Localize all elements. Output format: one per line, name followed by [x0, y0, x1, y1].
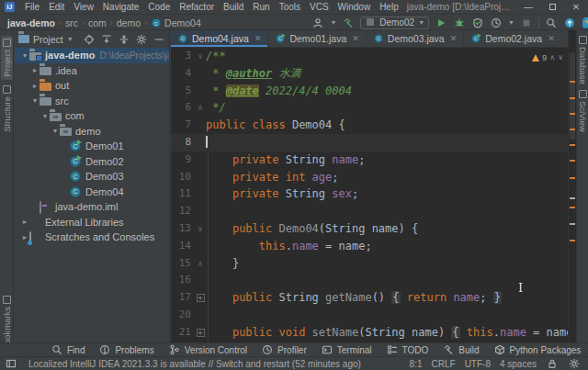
fold-marker[interactable]: ∨ [195, 48, 206, 65]
menu-run[interactable]: Run [248, 0, 274, 14]
editor-tab[interactable]: CDemo01.java✕ [268, 30, 366, 47]
settings-gear-icon[interactable] [135, 33, 148, 46]
code-with-me-icon[interactable] [582, 17, 588, 29]
menu-code[interactable]: Code [143, 0, 175, 14]
tab-close-icon[interactable]: ✕ [352, 34, 359, 43]
menu-view[interactable]: View [69, 0, 98, 14]
status-message[interactable]: Localized IntelliJ IDEA 2021.3.3 is avai… [28, 359, 361, 369]
breadcrumb-item[interactable]: src [65, 17, 78, 28]
fold-expand-icon[interactable]: + [197, 294, 205, 302]
toolwindow-button-python-packages[interactable]: Python Packages [493, 343, 582, 356]
stripe-item-database[interactable]: Database [578, 36, 588, 84]
stripe-mark[interactable] [570, 113, 575, 115]
menu-window[interactable]: Window [334, 0, 376, 14]
minimize-button[interactable]: — [516, 0, 540, 14]
menu-edit[interactable]: Edit [44, 0, 69, 14]
coverage-button-icon[interactable] [471, 17, 484, 29]
next-warning-icon[interactable]: ∨ [558, 53, 563, 62]
menu-help[interactable]: Help [375, 0, 403, 14]
breadcrumb-item[interactable]: java-demo [7, 17, 55, 28]
tree-chevron-icon[interactable]: ▸ [20, 218, 29, 226]
search-icon[interactable] [51, 343, 63, 356]
hammer-icon[interactable] [442, 343, 455, 356]
project-panel-title[interactable]: Project [33, 34, 63, 45]
tree-row[interactable]: CDemo04 [15, 185, 169, 200]
menu-build[interactable]: Build [219, 0, 248, 14]
expand-collapse-icon[interactable] [118, 33, 130, 46]
code-area[interactable]: 3∨/**4 * @author 水滴5 * @date 2022/4/4 00… [171, 48, 576, 342]
tree-row[interactable]: ▸Scratches and Consoles [15, 230, 169, 245]
editor-tab[interactable]: CDemo03.java✕ [367, 30, 464, 47]
todo-icon[interactable] [386, 343, 399, 356]
stripe-mark[interactable] [570, 207, 575, 208]
tab-close-icon[interactable]: ✕ [548, 34, 555, 43]
tree-chevron-icon[interactable]: ▾ [51, 127, 60, 135]
vertical-scrollbar[interactable] [570, 52, 575, 140]
stripe-mark[interactable] [570, 129, 575, 130]
tab-close-icon[interactable]: ✕ [254, 34, 262, 43]
menu-refactor[interactable]: Refactor [175, 0, 219, 14]
toolwindow-button-problems[interactable]: Problems [98, 343, 153, 356]
menu-navigate[interactable]: Navigate [98, 0, 143, 14]
write-access-icon[interactable] [546, 357, 559, 370]
tree-row[interactable]: ▸.idea [15, 63, 169, 79]
file-encoding[interactable]: UTF-8 [465, 359, 491, 369]
caret-position[interactable]: 8:1 [410, 359, 423, 369]
stripe-mark[interactable] [570, 177, 575, 179]
tab-close-icon[interactable]: ✕ [450, 34, 458, 43]
stripe-item-project[interactable]: Project [1, 36, 13, 80]
locate-icon[interactable] [83, 33, 96, 46]
tree-row[interactable]: java-demo.iml [15, 199, 169, 215]
tree-row[interactable]: ▾java-demoD:\IdeaProjects\java-demo [15, 48, 169, 63]
editor-tab[interactable]: CDemo02.java✕ [464, 30, 561, 47]
package-icon[interactable] [493, 343, 506, 356]
tree-row[interactable]: CDemo01 [15, 139, 169, 154]
maximize-button[interactable] [540, 0, 564, 14]
error-stripe[interactable] [568, 30, 576, 356]
tree-chevron-icon[interactable]: ▾ [40, 112, 50, 120]
tree-row[interactable]: CDemo02 [15, 154, 169, 170]
fold-marker[interactable]: + [195, 324, 206, 342]
menu-vcs[interactable]: VCS [305, 0, 334, 14]
build-hammer-icon[interactable] [342, 17, 355, 29]
search-everywhere-icon[interactable] [545, 17, 558, 29]
menu-tools[interactable]: Tools [275, 0, 305, 14]
highlighting-gear-icon[interactable] [568, 357, 581, 370]
stripe-mark[interactable] [570, 97, 575, 99]
editor-tab[interactable]: CDemo04.java✕ [171, 30, 268, 47]
stripe-mark[interactable] [570, 223, 575, 225]
fold-marker[interactable]: ∧ [195, 255, 206, 273]
inspection-widget[interactable]: 9 ∧ ∨ [532, 52, 563, 62]
stripe-mark[interactable] [570, 197, 575, 199]
indent-setting[interactable]: 4 spaces [500, 359, 537, 369]
profiler-icon[interactable] [261, 343, 274, 356]
fold-marker[interactable]: ∨ [195, 220, 206, 238]
breadcrumb-item[interactable]: demo [117, 17, 141, 28]
stripe-mark[interactable] [570, 160, 575, 162]
stripe-mark[interactable] [570, 81, 575, 83]
profiler-button-icon[interactable] [490, 17, 503, 29]
tree-chevron-icon[interactable]: ▾ [20, 51, 29, 60]
toolwindow-button-build[interactable]: Build [442, 343, 479, 356]
run-button-icon[interactable] [435, 17, 447, 29]
fold-expand-icon[interactable]: + [197, 329, 205, 337]
prev-warning-icon[interactable]: ∧ [549, 53, 555, 62]
tree-chevron-icon[interactable]: ▸ [30, 66, 40, 74]
menu-file[interactable]: File [20, 0, 44, 14]
terminal-icon[interactable] [321, 343, 334, 356]
chevron-down-icon[interactable]: ▼ [67, 36, 74, 42]
debug-button-icon[interactable] [453, 17, 466, 29]
stripe-item-structure[interactable]: Structure [2, 85, 12, 132]
stripe-mark[interactable] [570, 144, 575, 146]
toolwindow-button-terminal[interactable]: Terminal [321, 343, 372, 356]
hide-icon[interactable] [153, 33, 165, 46]
stripe-mark[interactable] [570, 240, 575, 241]
collapse-all-icon[interactable] [100, 33, 113, 46]
breadcrumb-item[interactable]: Demo04 [164, 17, 201, 28]
tree-row[interactable]: ▾demo [15, 124, 169, 140]
fold-marker[interactable]: + [195, 289, 206, 307]
breadcrumb-item[interactable]: com [88, 17, 107, 28]
ide-update-icon[interactable] [563, 17, 576, 29]
tree-chevron-icon[interactable]: ▸ [30, 82, 40, 90]
problems-icon[interactable] [98, 343, 111, 356]
